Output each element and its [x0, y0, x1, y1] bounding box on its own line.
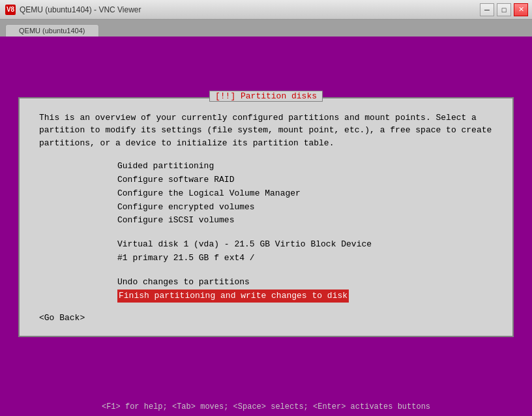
menu-item-iscsi[interactable]: Configure iSCSI volumes: [117, 214, 493, 228]
status-bar: <F1> for help; <Tab> moves; <Space> sele…: [0, 398, 532, 416]
disk-header: Virtual disk 1 (vda) - 21.5 GB Virtio Bl…: [117, 238, 493, 252]
desc-line3: partitions, or a device to initialize it…: [39, 138, 334, 148]
app-icon: V8: [5, 5, 16, 15]
tab-qemu[interactable]: QEMU (ubuntu1404): [5, 24, 99, 37]
menu-item-lvm[interactable]: Configure the Logical Volume Manager: [117, 187, 493, 201]
menu-item-raid[interactable]: Configure software RAID: [117, 173, 493, 187]
close-button[interactable]: ✕: [514, 3, 528, 16]
go-back-button[interactable]: <Go Back>: [39, 313, 493, 323]
tab-bar: QEMU (ubuntu1404): [0, 20, 532, 37]
disk-partition[interactable]: #1 primary 21.5 GB f ext4 /: [117, 252, 493, 265]
action-finish[interactable]: Finish partitioning and write changes to…: [117, 290, 349, 303]
action-undo[interactable]: Undo changes to partitions: [117, 276, 493, 290]
action-items: Undo changes to partitions Finish partit…: [117, 276, 493, 303]
minimize-button[interactable]: ─: [480, 3, 494, 16]
menu-item-guided[interactable]: Guided partitioning: [117, 160, 493, 173]
disk-info: Virtual disk 1 (vda) - 21.5 GB Virtio Bl…: [117, 238, 493, 265]
title-bar: V8 QEMU (ubuntu1404) - VNC Viewer ─ □ ✕: [0, 0, 532, 20]
maximize-button[interactable]: □: [497, 3, 511, 16]
menu-list: Guided partitioning Configure software R…: [117, 160, 493, 228]
dialog-title: [!!] Partition disks: [209, 91, 323, 102]
main-area: [!!] Partition disks This is an overview…: [0, 37, 532, 398]
desc-line2: partition to modify its settings (file s…: [39, 125, 492, 135]
desc-line1: This is an overview of your currently co…: [39, 113, 477, 123]
partition-dialog: [!!] Partition disks This is an overview…: [18, 97, 514, 338]
dialog-description: This is an overview of your currently co…: [39, 111, 493, 150]
window-controls: ─ □ ✕: [480, 3, 528, 16]
window-title: QEMU (ubuntu1404) - VNC Viewer: [20, 5, 141, 14]
status-text: <F1> for help; <Tab> moves; <Space> sele…: [102, 402, 430, 411]
menu-item-encrypted[interactable]: Configure encrypted volumes: [117, 201, 493, 215]
